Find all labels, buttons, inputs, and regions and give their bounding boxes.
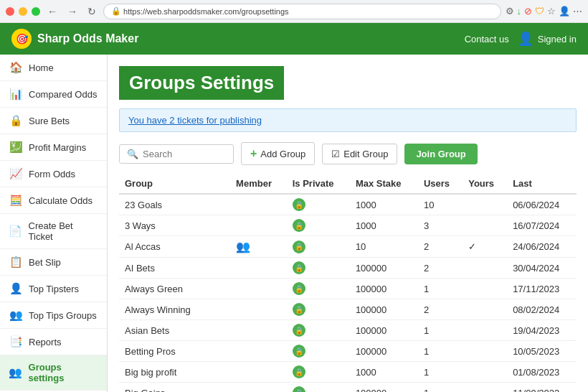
tickets-link[interactable]: You have 2 tickets for publishing (128, 115, 262, 126)
sidebar-compared-odds-label: Compared Odds (29, 89, 97, 100)
table-row[interactable]: Al Accas 👥 🔒 10 2 ✓ 24/06/2024 (119, 236, 577, 258)
cell-member (230, 320, 287, 341)
extensions-icon: ⚙ (506, 6, 514, 17)
cell-is-private: 🔒 (287, 299, 350, 320)
private-icon: 🔒 (293, 261, 305, 274)
private-icon: 🔒 (293, 198, 305, 211)
cell-max-stake: 100000 (350, 299, 418, 320)
sidebar-item-calculate-odds[interactable]: 🧮 Calculate Odds (0, 187, 107, 214)
groups-table: Group Member Is Private Max Stake Users … (119, 174, 577, 392)
forward-button[interactable]: → (65, 4, 80, 19)
cell-max-stake: 100000 (350, 320, 418, 341)
table-row[interactable]: Big big profit 🔒 1000 1 01/08/2023 (119, 362, 577, 383)
cell-users: 1 (418, 341, 463, 362)
sidebar-bet-slip-label: Bet Slip (29, 257, 61, 268)
table-row[interactable]: Always Green 🔒 100000 1 17/11/2023 (119, 279, 577, 299)
url-text: https://web.sharpoddsmaker.com/groupsett… (123, 7, 289, 16)
sidebar-item-groups-settings[interactable]: 👥 Groups settings (0, 355, 107, 391)
table-row[interactable]: Betting Pros 🔒 100000 1 10/05/2023 (119, 341, 577, 362)
minimize-button[interactable] (19, 7, 27, 16)
page-title: Groups Settings (119, 66, 284, 100)
cell-yours (463, 341, 507, 362)
sidebar-item-sure-bets[interactable]: 🔒 Sure Bets (0, 108, 107, 134)
cell-users: 2 (418, 299, 463, 320)
table-row[interactable]: 23 Goals 🔒 1000 10 06/06/2024 (119, 194, 577, 215)
form-odds-icon: 📈 (9, 167, 23, 180)
reload-button[interactable]: ↻ (85, 4, 99, 19)
cell-last: 10/05/2023 (507, 341, 577, 362)
cell-group: Always Winning (119, 299, 230, 320)
col-is-private: Is Private (287, 174, 350, 194)
table-row[interactable]: Asian Bets 🔒 100000 1 19/04/2023 (119, 320, 577, 341)
cell-member (230, 258, 287, 279)
private-icon: 🔒 (293, 345, 305, 358)
cell-member (230, 215, 287, 236)
private-icon: 🔒 (293, 219, 305, 232)
cell-group: Betting Pros (119, 341, 230, 362)
cell-max-stake: 1000 (350, 362, 418, 383)
search-box: 🔍 (119, 144, 234, 164)
cell-member (230, 341, 287, 362)
cell-users: 10 (418, 194, 463, 215)
close-button[interactable] (6, 7, 14, 16)
table-header-row: Group Member Is Private Max Stake Users … (119, 174, 577, 194)
sidebar-item-reports[interactable]: 📑 Reports (0, 329, 107, 355)
cell-is-private: 🔒 (287, 279, 350, 299)
star-icon: ☆ (547, 6, 556, 17)
cell-is-private: 🔒 (287, 194, 350, 215)
cell-is-private: 🔒 (287, 341, 350, 362)
add-group-button[interactable]: + Add Group (241, 142, 315, 165)
download-icon: ↓ (517, 6, 522, 17)
table-row[interactable]: Big Gains 🔒 100000 1 11/09/2023 (119, 383, 577, 393)
sidebar-item-create-bet-ticket[interactable]: 📄 Create Bet Ticket (0, 214, 107, 249)
private-icon: 🔒 (293, 324, 305, 337)
tickets-banner: You have 2 tickets for publishing (119, 108, 577, 132)
table-row[interactable]: 3 Ways 🔒 1000 3 16/07/2024 (119, 215, 577, 236)
cell-last: 08/02/2024 (507, 299, 577, 320)
cell-max-stake: 100000 (350, 279, 418, 299)
table-body: 23 Goals 🔒 1000 10 06/06/2024 3 Ways 🔒 1… (119, 194, 577, 392)
cell-group: Big big profit (119, 362, 230, 383)
join-group-button[interactable]: Join Group (404, 144, 477, 164)
cell-users: 1 (418, 362, 463, 383)
table-row[interactable]: AI Bets 🔒 100000 2 30/04/2024 (119, 258, 577, 279)
sidebar-item-compared-odds[interactable]: 📊 Compared Odds (0, 81, 107, 108)
private-icon: 🔒 (293, 365, 305, 378)
cell-member (230, 299, 287, 320)
cell-yours (463, 362, 507, 383)
sidebar-item-top-tips-groups[interactable]: 👥 Top Tips Groups (0, 302, 107, 329)
cell-yours (463, 194, 507, 215)
edit-group-button[interactable]: ☑ Edit Group (322, 144, 397, 164)
cell-member: 👥 (230, 236, 287, 258)
add-group-label: Add Group (260, 149, 305, 159)
sidebar-item-top-tipsters[interactable]: 👤 Top Tipsters (0, 276, 107, 302)
cell-group: AI Bets (119, 258, 230, 279)
contact-button[interactable]: Contact us (465, 34, 509, 45)
col-yours: Yours (463, 174, 507, 194)
top-nav-right: Contact us 👤 Signed in (465, 31, 577, 47)
col-group: Group (119, 174, 230, 194)
table-row[interactable]: Always Winning 🔒 100000 2 08/02/2024 (119, 299, 577, 320)
cell-max-stake: 100000 (350, 258, 418, 279)
sidebar-calculate-odds-label: Calculate Odds (29, 195, 93, 206)
back-button[interactable]: ← (44, 4, 60, 19)
signed-in-label: Signed in (538, 34, 577, 45)
search-input[interactable] (143, 149, 222, 159)
private-icon: 🔒 (293, 241, 305, 253)
sidebar-item-form-odds[interactable]: 📈 Form Odds (0, 161, 107, 187)
top-navigation: 🎯 Sharp Odds Maker Contact us 👤 Signed i… (0, 23, 588, 55)
browser-toolbar: ⚙ ↓ ⊘ 🛡 ☆ 👤 ⋯ (506, 6, 583, 17)
sidebar-item-profit-margins[interactable]: 💹 Profit Margins (0, 134, 107, 161)
cell-users: 1 (418, 383, 463, 393)
sidebar-item-bet-slip[interactable]: 📋 Bet Slip (0, 249, 107, 276)
cell-group: 3 Ways (119, 215, 230, 236)
content-area: Groups Settings You have 2 tickets for p… (108, 55, 588, 392)
sidebar-item-home[interactable]: 🏠 Home (0, 55, 107, 81)
cell-max-stake: 100000 (350, 383, 418, 393)
url-bar: 🔒 https://web.sharpoddsmaker.com/groupse… (103, 4, 501, 19)
create-bet-ticket-icon: 📄 (9, 225, 23, 238)
cell-yours: ✓ (463, 236, 507, 258)
private-icon: 🔒 (293, 282, 305, 295)
maximize-button[interactable] (32, 7, 40, 16)
private-icon: 🔒 (293, 386, 305, 392)
